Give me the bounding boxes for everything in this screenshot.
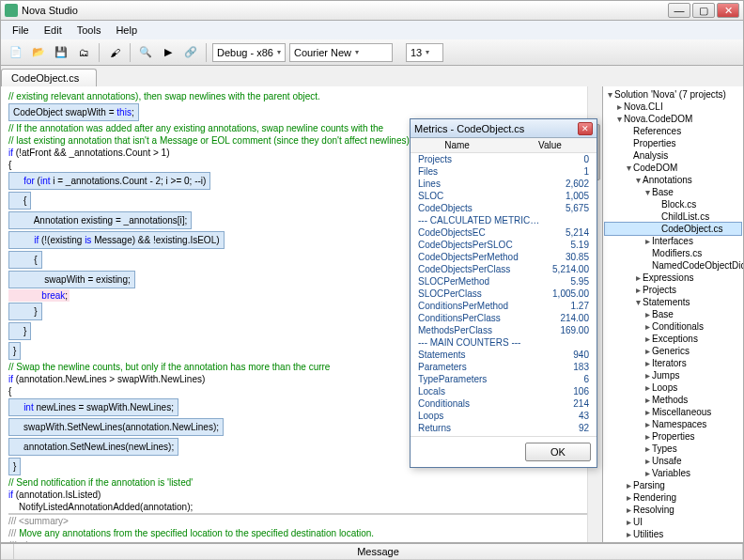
tree-node[interactable]: ▸Loops [605, 381, 741, 394]
tree-node[interactable]: ▸Methods [605, 394, 741, 406]
metrics-row[interactable]: Conditionals214 [411, 397, 597, 410]
new-icon[interactable]: 📄 [7, 43, 25, 62]
tree-node[interactable]: ▸Properties [605, 430, 741, 443]
tree-node[interactable]: ▾Annotations [605, 174, 741, 186]
metrics-row[interactable]: ConditionsPerClass214.00 [411, 312, 597, 324]
metrics-body[interactable]: Projects0Files1Lines2,602SLOC1,005CodeOb… [411, 153, 597, 436]
metrics-row[interactable]: SLOCPerClass1,005.00 [411, 288, 597, 300]
maximize-button[interactable]: ▢ [692, 3, 715, 18]
metrics-row[interactable]: Parameters183 [411, 361, 597, 373]
messages-header: Message [1, 544, 743, 560]
tree-node[interactable]: ChildList.cs [605, 210, 741, 223]
tree-node[interactable]: NamedCodeObjectDictionary.cs [605, 259, 741, 272]
metrics-row[interactable]: Returns92 [411, 422, 597, 434]
metrics-title-bar[interactable]: Metrics - CodeObject.cs ✕ [411, 119, 597, 138]
toolbar-sep-1 [99, 43, 100, 62]
tree-node[interactable]: ▸Projects [605, 284, 741, 296]
tree-node[interactable]: ▸Base [605, 308, 741, 320]
close-button[interactable]: ✕ [717, 3, 739, 18]
metrics-row[interactable]: CodeObjects5,675 [411, 202, 597, 214]
metrics-row[interactable]: Projects0 [411, 153, 597, 165]
metrics-row[interactable]: --- MAIN COUNTERS --- [411, 336, 597, 349]
tree-node[interactable]: ▾Nova.CodeDOM [605, 113, 741, 125]
editor-tab[interactable]: CodeObject.cs [1, 69, 97, 86]
metrics-row[interactable]: Files1 [411, 165, 597, 178]
col-name: Name [411, 138, 504, 152]
menu-file[interactable]: File [5, 23, 37, 38]
tree-node[interactable]: ▸Utilities [605, 528, 741, 540]
solution-root[interactable]: ▾Solution 'Nova' (7 projects) [605, 88, 741, 101]
menu-tools[interactable]: Tools [70, 23, 109, 38]
tree-node[interactable]: ▸Jumps [605, 369, 741, 381]
metrics-row[interactable]: CodeObjectsEC5,214 [411, 226, 597, 239]
fontsize-combo[interactable]: 13 [406, 43, 443, 62]
tree-node[interactable]: ▸Exceptions [605, 333, 741, 345]
tree-node[interactable]: ▸Interfaces [605, 235, 741, 247]
tree-node[interactable]: ▸Miscellaneous [605, 406, 741, 418]
metrics-row[interactable]: Locals106 [411, 385, 597, 397]
app-icon [5, 4, 18, 17]
metrics-row[interactable]: Statements940 [411, 349, 597, 361]
menu-bar: File Edit Tools Help [0, 21, 744, 39]
tree-node[interactable]: CodeObject.cs [605, 223, 741, 235]
messages-panel: Message ⚠TODO: Do error checking & highl… [0, 543, 744, 560]
link-icon[interactable]: 🔗 [181, 43, 200, 62]
metrics-row[interactable]: MethodsPerClass169.00 [411, 324, 597, 336]
menu-edit[interactable]: Edit [37, 23, 70, 38]
play-icon[interactable]: ▶ [159, 43, 178, 62]
tree-node[interactable]: ▸Namespaces [605, 418, 741, 430]
metrics-row[interactable]: CodeObjectsPerMethod30.85 [411, 251, 597, 263]
tree-node[interactable]: Block.cs [605, 198, 741, 210]
brush-icon[interactable]: 🖌 [105, 43, 124, 62]
col-value: Value [504, 138, 597, 152]
metrics-row[interactable]: ConditionsPerMethod1.27 [411, 300, 597, 312]
metrics-row[interactable]: CodeObjectsPerSLOC5.19 [411, 239, 597, 251]
tree-node[interactable]: ▸Generics [605, 345, 741, 357]
tree-node[interactable]: Analysis [605, 149, 741, 162]
metrics-close-button[interactable]: ✕ [578, 122, 593, 135]
saveall-icon[interactable]: 🗂 [74, 43, 93, 62]
metrics-row[interactable]: SLOC1,005 [411, 190, 597, 202]
tree-node[interactable]: ▸Parsing [605, 479, 741, 491]
window-title: Nova Studio [22, 5, 666, 16]
find-icon[interactable]: 🔍 [136, 43, 155, 62]
tree-node[interactable]: ▾Base [605, 186, 741, 198]
tree-node[interactable]: ▸Resolving [605, 504, 741, 516]
tree-node[interactable]: ▸Types [605, 443, 741, 455]
code-line[interactable]: // existing relevant annotations), then … [8, 90, 595, 102]
metrics-row[interactable]: Lines2,602 [411, 178, 597, 190]
ok-button[interactable]: OK [525, 443, 591, 461]
metrics-row[interactable]: TypeParameters6 [411, 373, 597, 385]
tree-node[interactable]: ▸Rendering [605, 491, 741, 504]
code-line[interactable]: NotifyListedAnnotationAdded(annotation); [8, 501, 595, 513]
metrics-row[interactable]: SLOCPerMethod5.95 [411, 275, 597, 288]
menu-help[interactable]: Help [108, 23, 145, 38]
tree-node[interactable]: Properties [605, 137, 741, 149]
minimize-button[interactable]: — [668, 3, 690, 18]
tree-node[interactable]: Modifiers.cs [605, 247, 741, 259]
tree-node[interactable]: ▸UI [605, 516, 741, 528]
code-line[interactable]: if (annotation.IsListed) [8, 489, 595, 501]
metrics-row[interactable]: --- CALCULATED METRICS --- [411, 214, 597, 226]
metrics-row[interactable]: Loops43 [411, 410, 597, 422]
tree-node[interactable]: ▸Unsafe [605, 455, 741, 467]
tree-node[interactable]: ▸Expressions [605, 272, 741, 284]
tree-node[interactable]: ▾Statements [605, 296, 741, 308]
save-icon[interactable]: 💾 [52, 43, 70, 62]
solution-explorer[interactable]: ▾Solution 'Nova' (7 projects)▸Nova.CLI▾N… [602, 86, 743, 542]
code-line[interactable]: // Send notification if the annotation i… [8, 476, 595, 489]
tree-node[interactable]: ▸Variables [605, 467, 741, 479]
metrics-dialog[interactable]: Metrics - CodeObject.cs ✕ Name Value Pro… [410, 118, 597, 468]
metrics-row[interactable]: CodeObjectsPerClass5,214.00 [411, 263, 597, 275]
title-bar: Nova Studio — ▢ ✕ [0, 0, 744, 21]
open-icon[interactable]: 📂 [29, 43, 48, 62]
tree-node[interactable]: Codebase.cs [605, 540, 741, 542]
tree-node[interactable]: ▸Conditionals [605, 320, 741, 333]
tree-node[interactable]: References [605, 125, 741, 137]
metrics-header: Name Value [411, 138, 597, 153]
tree-node[interactable]: ▸Iterators [605, 357, 741, 369]
tree-node[interactable]: ▾CodeDOM [605, 162, 741, 174]
debug-combo[interactable]: Debug - x86 [212, 43, 286, 62]
tree-node[interactable]: ▸Nova.CLI [605, 101, 741, 113]
font-combo[interactable]: Courier New [289, 43, 393, 62]
